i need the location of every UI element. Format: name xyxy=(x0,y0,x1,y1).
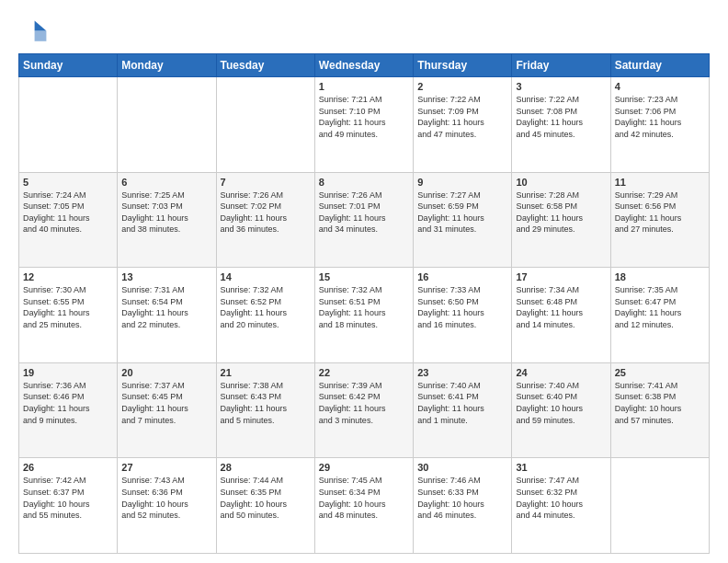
day-info: Sunrise: 7:40 AM Sunset: 6:41 PM Dayligh… xyxy=(417,380,507,426)
calendar-week-5: 26Sunrise: 7:42 AM Sunset: 6:37 PM Dayli… xyxy=(19,458,710,554)
day-info: Sunrise: 7:44 AM Sunset: 6:35 PM Dayligh… xyxy=(221,475,311,521)
day-number: 30 xyxy=(417,462,507,473)
day-number: 6 xyxy=(121,177,211,188)
day-info: Sunrise: 7:46 AM Sunset: 6:33 PM Dayligh… xyxy=(417,475,507,521)
calendar-cell: 6Sunrise: 7:25 AM Sunset: 7:03 PM Daylig… xyxy=(118,172,216,268)
day-info: Sunrise: 7:30 AM Sunset: 6:55 PM Dayligh… xyxy=(23,284,113,330)
day-info: Sunrise: 7:47 AM Sunset: 6:32 PM Dayligh… xyxy=(516,475,606,521)
day-info: Sunrise: 7:34 AM Sunset: 6:48 PM Dayligh… xyxy=(516,284,606,330)
day-info: Sunrise: 7:45 AM Sunset: 6:34 PM Dayligh… xyxy=(319,475,409,521)
calendar-header-row: SundayMondayTuesdayWednesdayThursdayFrid… xyxy=(19,54,710,77)
day-info: Sunrise: 7:42 AM Sunset: 6:37 PM Dayligh… xyxy=(23,475,113,521)
day-number: 23 xyxy=(417,367,507,378)
day-info: Sunrise: 7:35 AM Sunset: 6:47 PM Dayligh… xyxy=(615,284,705,330)
day-info: Sunrise: 7:26 AM Sunset: 7:02 PM Dayligh… xyxy=(221,190,311,236)
calendar-cell xyxy=(19,77,118,173)
day-info: Sunrise: 7:32 AM Sunset: 6:51 PM Dayligh… xyxy=(319,284,409,330)
day-info: Sunrise: 7:32 AM Sunset: 6:52 PM Dayligh… xyxy=(221,284,311,330)
calendar-cell xyxy=(216,77,314,173)
calendar-cell: 3Sunrise: 7:22 AM Sunset: 7:08 PM Daylig… xyxy=(512,77,610,173)
calendar-cell: 25Sunrise: 7:41 AM Sunset: 6:38 PM Dayli… xyxy=(610,362,709,458)
day-number: 14 xyxy=(221,271,311,282)
calendar-cell: 18Sunrise: 7:35 AM Sunset: 6:47 PM Dayli… xyxy=(610,268,709,363)
calendar-cell: 11Sunrise: 7:29 AM Sunset: 6:56 PM Dayli… xyxy=(610,172,709,268)
day-info: Sunrise: 7:33 AM Sunset: 6:50 PM Dayligh… xyxy=(417,284,507,330)
page: SundayMondayTuesdayWednesdayThursdayFrid… xyxy=(0,0,728,563)
day-info: Sunrise: 7:22 AM Sunset: 7:08 PM Dayligh… xyxy=(516,94,606,140)
day-header-monday: Monday xyxy=(118,54,216,77)
calendar-week-3: 12Sunrise: 7:30 AM Sunset: 6:55 PM Dayli… xyxy=(19,268,710,363)
day-info: Sunrise: 7:24 AM Sunset: 7:05 PM Dayligh… xyxy=(23,190,113,236)
calendar-cell: 27Sunrise: 7:43 AM Sunset: 6:36 PM Dayli… xyxy=(118,458,216,554)
day-info: Sunrise: 7:36 AM Sunset: 6:46 PM Dayligh… xyxy=(23,380,113,426)
day-number: 17 xyxy=(516,271,606,282)
calendar-week-1: 1Sunrise: 7:21 AM Sunset: 7:10 PM Daylig… xyxy=(19,77,710,173)
day-info: Sunrise: 7:39 AM Sunset: 6:42 PM Dayligh… xyxy=(319,380,409,426)
day-number: 29 xyxy=(319,462,409,473)
header xyxy=(18,15,710,44)
day-number: 16 xyxy=(417,271,507,282)
day-number: 22 xyxy=(319,367,409,378)
svg-marker-0 xyxy=(35,20,47,30)
calendar-cell: 30Sunrise: 7:46 AM Sunset: 6:33 PM Dayli… xyxy=(414,458,512,554)
day-number: 7 xyxy=(221,177,311,188)
day-number: 11 xyxy=(615,177,705,188)
calendar-week-4: 19Sunrise: 7:36 AM Sunset: 6:46 PM Dayli… xyxy=(19,362,710,458)
day-info: Sunrise: 7:26 AM Sunset: 7:01 PM Dayligh… xyxy=(319,190,409,236)
calendar-cell: 17Sunrise: 7:34 AM Sunset: 6:48 PM Dayli… xyxy=(512,268,610,363)
day-info: Sunrise: 7:23 AM Sunset: 7:06 PM Dayligh… xyxy=(615,94,705,140)
day-number: 3 xyxy=(516,81,606,92)
day-info: Sunrise: 7:31 AM Sunset: 6:54 PM Dayligh… xyxy=(121,284,211,330)
day-number: 28 xyxy=(221,462,311,473)
day-header-friday: Friday xyxy=(512,54,610,77)
day-info: Sunrise: 7:37 AM Sunset: 6:45 PM Dayligh… xyxy=(121,380,211,426)
day-number: 9 xyxy=(417,177,507,188)
day-header-sunday: Sunday xyxy=(19,54,118,77)
day-info: Sunrise: 7:43 AM Sunset: 6:36 PM Dayligh… xyxy=(121,475,211,521)
day-number: 1 xyxy=(319,81,409,92)
day-info: Sunrise: 7:41 AM Sunset: 6:38 PM Dayligh… xyxy=(615,380,705,426)
day-number: 8 xyxy=(319,177,409,188)
calendar-cell: 7Sunrise: 7:26 AM Sunset: 7:02 PM Daylig… xyxy=(216,172,314,268)
calendar-cell: 24Sunrise: 7:40 AM Sunset: 6:40 PM Dayli… xyxy=(512,362,610,458)
day-number: 25 xyxy=(615,367,705,378)
calendar-cell: 26Sunrise: 7:42 AM Sunset: 6:37 PM Dayli… xyxy=(19,458,118,554)
day-info: Sunrise: 7:27 AM Sunset: 6:59 PM Dayligh… xyxy=(417,190,507,236)
calendar-cell xyxy=(610,458,709,554)
day-number: 31 xyxy=(516,462,606,473)
calendar-cell: 21Sunrise: 7:38 AM Sunset: 6:43 PM Dayli… xyxy=(216,362,314,458)
calendar-cell: 8Sunrise: 7:26 AM Sunset: 7:01 PM Daylig… xyxy=(314,172,413,268)
logo xyxy=(18,15,51,44)
calendar-cell: 16Sunrise: 7:33 AM Sunset: 6:50 PM Dayli… xyxy=(414,268,512,363)
calendar-cell: 1Sunrise: 7:21 AM Sunset: 7:10 PM Daylig… xyxy=(314,77,413,173)
day-number: 12 xyxy=(23,271,113,282)
day-number: 2 xyxy=(417,81,507,92)
calendar-cell: 4Sunrise: 7:23 AM Sunset: 7:06 PM Daylig… xyxy=(610,77,709,173)
day-number: 10 xyxy=(516,177,606,188)
calendar-cell: 10Sunrise: 7:28 AM Sunset: 6:58 PM Dayli… xyxy=(512,172,610,268)
calendar-cell: 20Sunrise: 7:37 AM Sunset: 6:45 PM Dayli… xyxy=(118,362,216,458)
day-info: Sunrise: 7:22 AM Sunset: 7:09 PM Dayligh… xyxy=(417,94,507,140)
day-number: 24 xyxy=(516,367,606,378)
day-header-thursday: Thursday xyxy=(414,54,512,77)
day-number: 5 xyxy=(23,177,113,188)
calendar-table: SundayMondayTuesdayWednesdayThursdayFrid… xyxy=(18,53,710,554)
day-header-tuesday: Tuesday xyxy=(216,54,314,77)
day-number: 27 xyxy=(121,462,211,473)
day-number: 21 xyxy=(221,367,311,378)
calendar-cell: 12Sunrise: 7:30 AM Sunset: 6:55 PM Dayli… xyxy=(19,268,118,363)
calendar-cell: 31Sunrise: 7:47 AM Sunset: 6:32 PM Dayli… xyxy=(512,458,610,554)
day-number: 26 xyxy=(23,462,113,473)
day-info: Sunrise: 7:38 AM Sunset: 6:43 PM Dayligh… xyxy=(221,380,311,426)
day-number: 15 xyxy=(319,271,409,282)
day-info: Sunrise: 7:29 AM Sunset: 6:56 PM Dayligh… xyxy=(615,190,705,236)
day-number: 20 xyxy=(121,367,211,378)
calendar-cell: 5Sunrise: 7:24 AM Sunset: 7:05 PM Daylig… xyxy=(19,172,118,268)
day-number: 4 xyxy=(615,81,705,92)
calendar-cell: 2Sunrise: 7:22 AM Sunset: 7:09 PM Daylig… xyxy=(414,77,512,173)
calendar-cell: 23Sunrise: 7:40 AM Sunset: 6:41 PM Dayli… xyxy=(414,362,512,458)
day-info: Sunrise: 7:28 AM Sunset: 6:58 PM Dayligh… xyxy=(516,190,606,236)
calendar-cell: 19Sunrise: 7:36 AM Sunset: 6:46 PM Dayli… xyxy=(19,362,118,458)
calendar-cell: 22Sunrise: 7:39 AM Sunset: 6:42 PM Dayli… xyxy=(314,362,413,458)
day-info: Sunrise: 7:21 AM Sunset: 7:10 PM Dayligh… xyxy=(319,94,409,140)
